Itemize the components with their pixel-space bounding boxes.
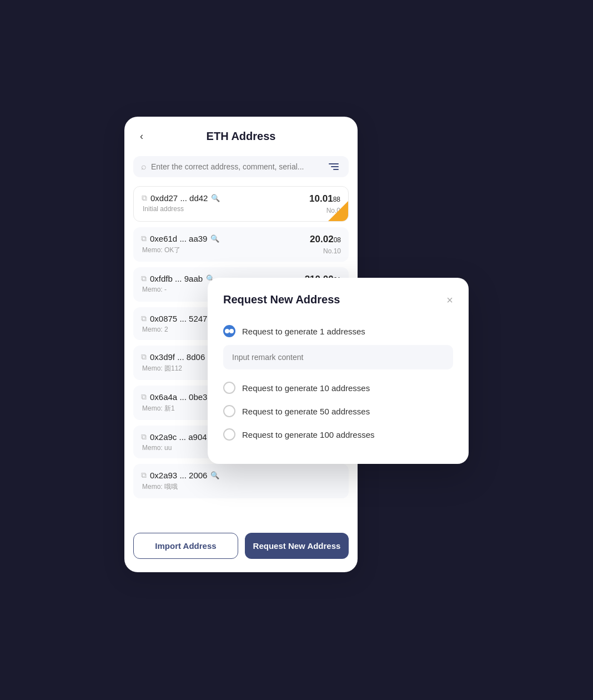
address-text-0: 0xdd27 ... dd42 [150, 193, 208, 203]
page-title: ETH Address [207, 130, 276, 143]
amount-main-1: 20.02 [310, 234, 334, 244]
address-amount-1: 20.0208 [310, 234, 341, 245]
modal-card: Request New Address × Request to generat… [208, 278, 469, 464]
address-memo-2: Memo: - [141, 286, 215, 293]
radio-circle-3 [223, 428, 235, 441]
radio-label-3: Request to generate 100 addresses [242, 430, 375, 439]
radio-dot-0 [225, 329, 229, 333]
address-right-1: 20.0208 No.10 [310, 234, 341, 255]
copy-icon-6[interactable]: ⧉ [141, 432, 147, 442]
copy-icon-3[interactable]: ⧉ [141, 314, 147, 323]
copy-icon-4[interactable]: ⧉ [141, 352, 147, 362]
address-memo-0: Initial address [142, 205, 220, 213]
back-button[interactable]: ‹ [135, 128, 148, 144]
address-item-0[interactable]: ⧉ 0xdd27 ... dd42 🔍 Initial address 10.0… [133, 186, 349, 222]
request-address-button[interactable]: Request New Address [245, 533, 349, 559]
card-footer: Import Address Request New Address [124, 524, 358, 559]
address-item-1[interactable]: ⧉ 0xe61d ... aa39 🔍 Memo: OK了 20.0208 No… [133, 227, 349, 262]
search-addr-icon-7[interactable]: 🔍 [210, 471, 219, 479]
search-addr-icon-0[interactable]: 🔍 [211, 194, 220, 202]
card-header: ‹ ETH Address [124, 117, 358, 152]
search-icon: ⌕ [141, 162, 147, 172]
filter-icon [329, 163, 339, 170]
copy-icon-5[interactable]: ⧉ [141, 392, 147, 402]
amount-decimal-1: 08 [334, 236, 341, 244]
copy-icon-7[interactable]: ⧉ [141, 471, 147, 480]
address-text-6: 0x2a9c ... a904 [150, 432, 207, 442]
address-top-0: ⧉ 0xdd27 ... dd42 🔍 [142, 193, 220, 203]
address-top-2: ⧉ 0xfdfb ... 9aab 🔍 [141, 274, 215, 283]
address-memo-1: Memo: OK了 [141, 246, 219, 255]
address-top-1: ⧉ 0xe61d ... aa39 🔍 [141, 234, 219, 243]
address-num-1: No.10 [323, 247, 341, 255]
address-left-1: ⧉ 0xe61d ... aa39 🔍 Memo: OK了 [141, 234, 219, 255]
radio-option-0[interactable]: Request to generate 1 addresses [223, 319, 453, 343]
address-text-5: 0x6a4a ... 0be3 [150, 392, 207, 402]
radio-option-3[interactable]: Request to generate 100 addresses [223, 423, 453, 446]
address-text-3: 0x0875 ... 5247 [150, 314, 207, 323]
filter-button[interactable] [326, 163, 341, 170]
modal-title: Request New Address [223, 293, 340, 306]
address-memo-4: Memo: 圆112 [141, 364, 217, 373]
address-left-4: ⧉ 0x3d9f ... 8d06 🔍 Memo: 圆112 [141, 352, 217, 373]
modal-close-button[interactable]: × [446, 294, 453, 306]
address-top-4: ⧉ 0x3d9f ... 8d06 🔍 [141, 352, 217, 362]
address-text-2: 0xfdfb ... 9aab [150, 274, 203, 283]
address-left-0: ⧉ 0xdd27 ... dd42 🔍 Initial address [142, 193, 220, 213]
radio-label-1: Request to generate 10 addresses [242, 383, 370, 393]
import-address-button[interactable]: Import Address [133, 533, 238, 559]
radio-label-2: Request to generate 50 addresses [242, 407, 370, 416]
search-addr-icon-1[interactable]: 🔍 [210, 234, 219, 243]
radio-label-0: Request to generate 1 addresses [242, 327, 365, 336]
address-item-7[interactable]: ⧉ 0x2a93 ... 2006 🔍 Memo: 哦哦 [133, 464, 349, 498]
remark-input[interactable] [223, 345, 453, 369]
address-left-2: ⧉ 0xfdfb ... 9aab 🔍 Memo: - [141, 274, 215, 293]
radio-circle-1 [223, 382, 235, 394]
radio-circle-0 [223, 325, 235, 337]
modal-header: Request New Address × [223, 293, 453, 306]
modal-options: Request to generate 1 addresses Request … [223, 319, 453, 446]
copy-icon-1[interactable]: ⧉ [141, 234, 147, 243]
address-text-7: 0x2a93 ... 2006 [150, 471, 207, 480]
address-left-7: ⧉ 0x2a93 ... 2006 🔍 Memo: 哦哦 [141, 471, 219, 492]
copy-icon-2[interactable]: ⧉ [141, 274, 147, 283]
search-input[interactable] [151, 162, 322, 171]
search-bar: ⌕ [133, 156, 349, 177]
selected-badge [328, 201, 348, 221]
address-memo-7: Memo: 哦哦 [141, 482, 219, 492]
radio-circle-2 [223, 405, 235, 417]
address-text-1: 0xe61d ... aa39 [150, 234, 207, 243]
copy-icon-0[interactable]: ⧉ [142, 193, 147, 203]
radio-option-1[interactable]: Request to generate 10 addresses [223, 376, 453, 399]
radio-option-2[interactable]: Request to generate 50 addresses [223, 399, 453, 423]
address-top-7: ⧉ 0x2a93 ... 2006 🔍 [141, 471, 219, 480]
address-text-4: 0x3d9f ... 8d06 [150, 352, 205, 362]
